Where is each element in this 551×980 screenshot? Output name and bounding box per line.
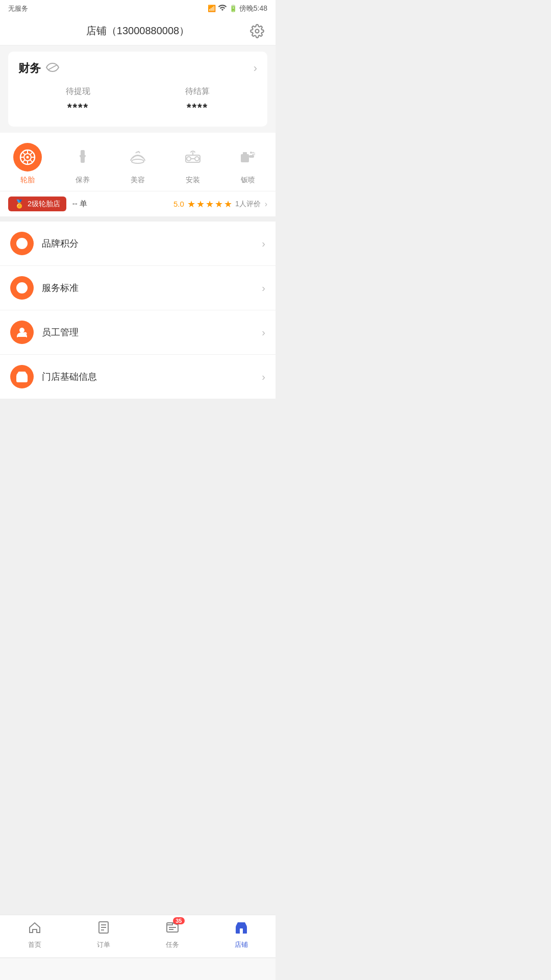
employee-management-label: 员工管理 [42,326,254,338]
svg-line-10 [31,160,33,162]
wifi-icon [218,3,227,14]
shop-info-label: 门店基础信息 [42,371,254,383]
pending-withdraw-value: **** [67,101,89,114]
rating-value: 5.0 [173,200,184,208]
maintenance-label: 保养 [76,176,90,185]
service-standard-icon-circle [10,276,34,300]
service-tire[interactable]: 轮胎 [7,143,48,185]
service-standard-chevron: › [262,282,265,294]
svg-point-19 [187,157,191,161]
menu-item-employee-management[interactable]: 员工管理 › [0,310,276,355]
pending-settle-value: **** [187,101,208,114]
svg-point-25 [250,152,252,154]
time-display: 傍晚5:48 [239,4,267,13]
svg-line-1 [48,65,57,70]
shop-level-text: 2级轮胎店 [28,200,60,209]
svg-point-16 [80,155,85,158]
svg-line-9 [22,152,24,154]
star-1: ★ [187,199,195,210]
star-4: ★ [215,199,223,210]
install-icon-circle [179,143,207,172]
service-maintenance[interactable]: 保养 [62,143,103,185]
page-header: 店铺（13000880008） [0,17,276,45]
beauty-icon-circle [123,143,152,172]
star-2: ★ [196,199,205,210]
settings-button[interactable] [249,23,265,39]
service-standard-label: 服务标准 [42,282,254,294]
shop-orders: -- 单 [72,199,87,209]
eye-icon[interactable] [46,63,59,75]
employee-management-chevron: › [262,327,265,338]
menu-list: 品牌积分 › 服务标准 › [0,222,276,399]
svg-line-12 [22,160,24,162]
pending-settle: 待结算 **** [185,86,210,114]
network-status: 无服务 [8,4,28,13]
rating-chevron: › [265,200,267,209]
brand-points-icon-circle [10,232,34,255]
menu-item-brand-points[interactable]: 品牌积分 › [0,222,276,266]
pending-withdraw: 待提现 **** [66,86,90,114]
svg-point-27 [254,153,255,154]
service-beauty[interactable]: 美容 [117,143,158,185]
battery-icon: 🔋 [229,5,237,12]
status-right: 📶 🔋 傍晚5:48 [208,3,267,14]
finance-title: 财务 [18,61,41,76]
svg-point-28 [253,154,254,156]
maintenance-icon-circle [68,143,97,172]
paint-label: 钣喷 [241,176,255,185]
install-label: 安装 [186,176,200,185]
page-title: 店铺（13000880008） [86,24,189,38]
svg-point-17 [132,159,144,163]
service-paint[interactable]: 钣喷 [228,143,268,185]
beauty-label: 美容 [131,176,145,185]
star-5: ★ [224,199,232,210]
svg-rect-24 [249,155,254,158]
svg-point-32 [21,242,23,245]
tire-label: 轮胎 [20,176,35,185]
pending-settle-label: 待结算 [185,86,210,97]
brand-points-label: 品牌积分 [42,237,254,250]
svg-rect-38 [20,378,23,382]
finance-section: 财务 › 待提现 **** 待结算 **** [0,45,276,133]
pending-withdraw-label: 待提现 [66,86,90,97]
star-rating: ★ ★ ★ ★ ★ [187,199,232,210]
finance-values: 待提现 **** 待结算 **** [18,86,257,114]
paint-icon-circle [234,143,262,172]
brand-points-chevron: › [262,238,265,250]
menu-item-shop-info[interactable]: 门店基础信息 › [0,355,276,399]
rating-count: 1人评价 [235,200,261,209]
svg-rect-22 [241,154,249,162]
menu-item-service-standard[interactable]: 服务标准 › [0,266,276,310]
shop-rating-bar: 🏅 2级轮胎店 -- 单 5.0 ★ ★ ★ ★ ★ 1人评价 › [0,191,276,216]
tire-icon-circle [13,143,42,172]
bluetooth-icon: 📶 [208,5,216,12]
svg-point-20 [195,157,199,161]
svg-line-11 [31,152,33,154]
status-bar: 无服务 📶 🔋 傍晚5:48 [0,0,276,17]
finance-card: 财务 › 待提现 **** 待结算 **** [8,52,267,127]
svg-point-26 [253,152,254,154]
shop-info-icon-circle [10,365,34,388]
svg-rect-23 [243,152,247,155]
svg-point-4 [27,156,29,159]
shop-rating[interactable]: 5.0 ★ ★ ★ ★ ★ 1人评价 › [173,199,267,210]
services-section: 轮胎 保养 [0,133,276,191]
svg-point-0 [256,29,259,33]
svg-point-29 [254,154,255,155]
medal-icon: 🏅 [14,199,24,209]
service-install[interactable]: 安装 [172,143,213,185]
shop-info-chevron: › [262,371,265,383]
employee-management-icon-circle [10,321,34,344]
star-3: ★ [206,199,214,210]
shop-level-badge: 🏅 2级轮胎店 [8,197,66,211]
svg-point-36 [20,328,24,332]
divider-1 [0,216,276,222]
finance-chevron[interactable]: › [254,62,257,75]
